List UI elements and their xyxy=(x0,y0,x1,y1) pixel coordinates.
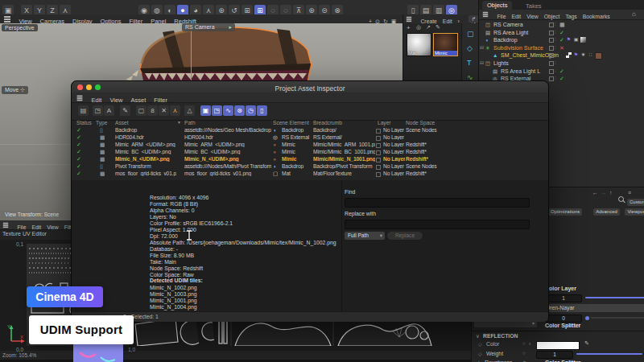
text-tool-icon[interactable]: T xyxy=(467,59,472,67)
filter-images-icon[interactable]: ▣ xyxy=(200,105,211,116)
mimic-chest-model[interactable] xyxy=(121,23,330,80)
visibility-checkbox[interactable] xyxy=(549,53,554,58)
eyedropper-icon[interactable]: ✎ xyxy=(584,340,589,347)
forward-icon[interactable]: → xyxy=(601,190,606,195)
find-input[interactable] xyxy=(345,198,530,208)
back-icon[interactable]: ← xyxy=(592,190,598,195)
column-header-type[interactable]: Type xyxy=(96,120,107,125)
reflection-header[interactable]: REFLECTION xyxy=(483,333,518,339)
material-edit-icon[interactable]: ✎ xyxy=(436,24,440,31)
anim-dot-icon[interactable]: ○ xyxy=(522,351,526,356)
camera-label[interactable]: RS Camera ▸ xyxy=(182,23,235,31)
object-menu-object[interactable]: Object xyxy=(544,14,560,19)
visibility-checkbox[interactable] xyxy=(549,23,554,27)
color-swatch[interactable] xyxy=(536,341,580,350)
viewport-label[interactable]: Perspective xyxy=(2,24,38,31)
inspector-menu-icon[interactable] xyxy=(77,97,83,98)
filter-time-icon[interactable]: ◷ xyxy=(246,105,256,116)
object-row-lights[interactable]: ⊟◫Lights∶ xyxy=(479,60,644,68)
column-header-asset[interactable]: Asset xyxy=(115,120,129,125)
collapse-icon[interactable]: ∨ xyxy=(476,333,480,339)
minimize-button[interactable] xyxy=(86,84,92,90)
visibility-dots[interactable]: ∶ xyxy=(555,36,556,44)
object-row-rs-camera[interactable]: ◫RS Camera∶▦ xyxy=(479,21,644,29)
uv-menu-file[interactable]: File xyxy=(17,224,26,230)
uv-menu-view[interactable]: View xyxy=(47,224,59,230)
replace-button[interactable]: Replace xyxy=(387,232,423,240)
asset-row-7[interactable]: ✓▩mos_floor_grid-ticks_v01.pngmos_floor_… xyxy=(72,171,548,178)
object-menu-icon[interactable] xyxy=(483,14,488,14)
tab-optimizations[interactable]: Optimizations xyxy=(548,208,582,216)
weight-slider[interactable] xyxy=(576,353,642,355)
color-layer-value[interactable]: 1 xyxy=(545,294,582,302)
rect-tool-icon[interactable]: ▢ xyxy=(467,30,474,38)
object-row-sm-chest-mimicopen[interactable]: ▲SM_Chest_MimicOpen∶⚑✳∷ xyxy=(479,51,644,60)
object-menu-file[interactable]: File xyxy=(497,14,506,19)
key-icon[interactable]: ◇ xyxy=(478,341,482,347)
visibility-dots[interactable]: ∶ xyxy=(555,51,556,60)
tab-advanced[interactable]: Advanced xyxy=(593,208,620,216)
tag-bars-icon[interactable]: ∷ xyxy=(588,52,593,58)
expand-icon[interactable]: ⊟ xyxy=(480,44,484,52)
expand-icon[interactable]: › xyxy=(529,341,530,347)
brdf-number[interactable]: 0 xyxy=(545,315,582,323)
material-new-icon[interactable]: + xyxy=(407,24,411,31)
object-menu-bookmarks[interactable]: Bookmarks xyxy=(583,14,610,19)
filter-settings-icon[interactable]: ⊛ xyxy=(234,105,245,116)
link-filter-icon[interactable]: 8 xyxy=(147,105,158,116)
missing-filter-icon[interactable]: ✕ xyxy=(159,105,169,116)
object-row-rs-area-light[interactable]: ▤RS Area Light∶✓ xyxy=(479,29,644,37)
anim-dot-icon[interactable]: ○ xyxy=(522,341,526,346)
pick-asset-icon[interactable]: ✎ xyxy=(120,105,130,116)
visibility-dots[interactable]: ∶ xyxy=(555,68,556,76)
window-filter-icon[interactable]: ▢ xyxy=(136,105,147,116)
filter-videos-icon[interactable]: ◳ xyxy=(212,105,222,116)
column-header-breadcrumb[interactable]: Breadcrumb xyxy=(313,120,342,125)
viewport-menu-icon[interactable] xyxy=(4,19,10,20)
material-menu-icon[interactable] xyxy=(407,19,411,19)
home-icon[interactable]: ⌂ xyxy=(632,10,636,19)
column-header-node-space[interactable]: Node Space xyxy=(406,120,435,125)
visibility-checkbox[interactable] xyxy=(549,76,554,81)
close-button[interactable] xyxy=(77,84,83,90)
visibility-dots[interactable]: ∶ xyxy=(555,29,556,37)
object-row-rs-area-light-l[interactable]: ▤RS Area Light L∶✓ xyxy=(479,68,644,76)
column-header-status[interactable]: Status xyxy=(76,120,92,125)
tag-star-icon[interactable]: ✳ xyxy=(580,52,586,58)
scope-dropdown[interactable]: Full Path ▾ xyxy=(345,232,385,240)
tag-flag-icon[interactable]: ⚑ xyxy=(573,52,579,58)
state-cross-icon[interactable]: ✕ xyxy=(559,44,564,52)
color-layer-slider[interactable] xyxy=(585,297,644,298)
material-sphere-icon[interactable]: ◎ xyxy=(416,24,421,31)
state-check-icon[interactable]: ✓ xyxy=(559,29,564,37)
layer-checkbox[interactable] xyxy=(376,158,381,162)
filter-audio-icon[interactable]: ∿ xyxy=(223,105,233,116)
material-thumb-mat[interactable]: Mat xyxy=(407,33,431,56)
uv-menu-edit[interactable]: Edit xyxy=(31,224,41,230)
show-layers-icon[interactable]: ◳ xyxy=(93,105,103,116)
state-check-icon[interactable]: ✓ xyxy=(559,68,564,76)
node-filter-icon[interactable]: △ xyxy=(184,105,195,116)
asset-row-3[interactable]: ✓▩Mimic_ARM_<UDIM>.pngMimic_ARM_<UDIM>.p… xyxy=(72,142,548,149)
column-header-layer[interactable]: Layer xyxy=(378,120,391,125)
load-project-icon[interactable]: ▤ xyxy=(78,105,89,116)
state-film-icon[interactable]: ▦ xyxy=(559,21,565,29)
tab-viewport[interactable]: Viewport xyxy=(625,208,644,216)
tag-images-icon[interactable]: ▣ xyxy=(573,37,579,43)
column-header-scene-element[interactable]: Scene Element xyxy=(273,120,309,125)
show-fonts-icon[interactable]: A xyxy=(104,105,114,116)
visibility-dots[interactable]: ∶ xyxy=(555,44,556,52)
state-check-icon[interactable]: ✓ xyxy=(559,75,564,83)
layer-checkbox[interactable] xyxy=(376,150,381,155)
up-icon[interactable]: ↑ xyxy=(609,190,613,195)
visibility-dots[interactable]: ∶ xyxy=(555,75,556,83)
material-thumb-mimic[interactable]: Mimic xyxy=(433,33,458,56)
layer-checkbox[interactable] xyxy=(376,136,381,141)
object-row-subdivision-surface[interactable]: ⊟✳Subdivision Surface∶✕ xyxy=(479,44,644,52)
brdf-dropdown[interactable]: Oren-Nayar xyxy=(543,304,644,312)
visibility-dots[interactable]: ∶ xyxy=(555,21,556,29)
project-asset-inspector-window[interactable]: Project Asset Inspector EditViewAssetFil… xyxy=(71,80,549,322)
tag-flag-icon[interactable]: ⚑ xyxy=(566,37,572,43)
object-menu-tags[interactable]: Tags xyxy=(565,14,576,19)
visibility-checkbox[interactable] xyxy=(549,61,554,66)
